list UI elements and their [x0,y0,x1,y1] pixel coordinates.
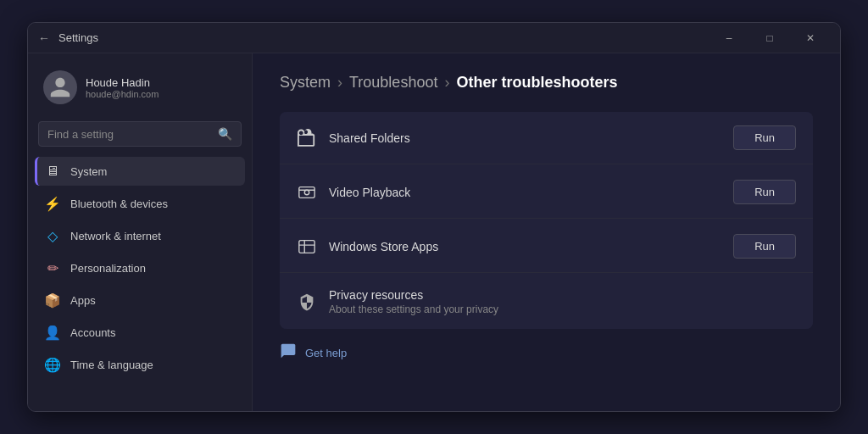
sidebar-item-system[interactable]: 🖥 System [35,157,245,186]
sidebar-item-label: Accounts [70,326,115,339]
accounts-icon: 👤 [45,325,60,340]
window-controls: – □ ✕ [709,25,830,52]
breadcrumb-current: Other troubleshooters [456,74,617,92]
svg-rect-3 [299,240,314,253]
user-name: Houde Hadin [86,76,159,89]
user-info: Houde Hadin houde@hdin.com [86,76,159,99]
troubleshooter-shared-folders: Shared Folders Run [280,112,813,164]
item-left: Video Playback [297,182,410,203]
privacy-description: About these settings and your privacy [329,303,498,315]
window-content: Houde Hadin houde@hdin.com 🔍 🖥 System ⚡ … [28,53,840,411]
troubleshooter-list: Shared Folders Run Vi [280,112,813,329]
privacy-icon [297,292,317,312]
sidebar-item-label: Time & language [70,359,153,371]
breadcrumb-sep-1: › [337,74,342,92]
bluetooth-icon: ⚡ [45,196,60,211]
windows-store-icon [297,236,317,257]
svg-rect-0 [299,186,314,198]
sidebar-item-apps[interactable]: 📦 Apps [35,286,245,314]
run-video-playback-button[interactable]: Run [733,180,796,204]
back-button[interactable]: ← [38,31,50,45]
breadcrumb-troubleshoot[interactable]: Troubleshoot [349,74,437,92]
sidebar-item-bluetooth[interactable]: ⚡ Bluetooth & devices [35,189,245,218]
maximize-button[interactable]: □ [750,25,789,52]
main-content: System › Troubleshoot › Other troublesho… [253,53,840,411]
settings-window: ← Settings – □ ✕ Houde Hadin houde@hdin.… [27,22,841,412]
sidebar-item-label: Apps [70,294,96,307]
sidebar: Houde Hadin houde@hdin.com 🔍 🖥 System ⚡ … [28,53,253,411]
video-playback-name: Video Playback [329,186,410,199]
breadcrumb-sep-2: › [444,74,449,92]
sidebar-item-label: System [70,165,107,178]
troubleshooter-video-playback: Video Playback Run [280,166,813,219]
shared-folders-icon [297,128,317,148]
get-help-icon [280,342,297,364]
get-help-label: Get help [305,347,347,359]
windows-store-name: Windows Store Apps [329,240,438,253]
video-playback-icon [297,182,317,203]
sidebar-item-label: Network & internet [70,230,161,242]
svg-point-1 [304,190,309,195]
privacy-text-block: Privacy resources About these settings a… [329,288,498,315]
item-left: Shared Folders [297,128,410,148]
minimize-button[interactable]: – [709,25,748,52]
privacy-resources: Privacy resources About these settings a… [280,275,813,329]
window-title: Settings [58,31,709,44]
troubleshooter-windows-store: Windows Store Apps Run [280,220,813,273]
apps-icon: 📦 [45,292,60,308]
sidebar-item-time[interactable]: 🌐 Time & language [35,350,245,379]
run-shared-folders-button[interactable]: Run [733,125,796,150]
privacy-title: Privacy resources [329,288,498,302]
sidebar-item-personalization[interactable]: ✏ Personalization [35,253,245,282]
breadcrumb-system[interactable]: System [280,74,331,92]
network-icon: ◇ [45,228,60,243]
shared-folders-name: Shared Folders [329,131,410,145]
search-box[interactable]: 🔍 [38,121,242,147]
item-left: Privacy resources About these settings a… [297,288,498,315]
personalization-icon: ✏ [45,260,60,275]
time-icon: 🌐 [45,357,60,372]
sidebar-item-accounts[interactable]: 👤 Accounts [35,318,245,347]
search-icon: 🔍 [218,127,232,141]
sidebar-item-network[interactable]: ◇ Network & internet [35,221,245,250]
search-input[interactable] [47,128,211,141]
run-windows-store-button[interactable]: Run [733,234,796,259]
user-profile[interactable]: Houde Hadin houde@hdin.com [35,64,245,111]
item-left: Windows Store Apps [297,236,438,257]
breadcrumb: System › Troubleshoot › Other troublesho… [280,74,813,92]
close-button[interactable]: ✕ [791,25,830,52]
get-help[interactable]: Get help [280,342,813,364]
sidebar-item-label: Bluetooth & devices [70,198,168,210]
sidebar-item-label: Personalization [70,262,146,275]
avatar [43,70,77,104]
user-email: houde@hdin.com [86,89,159,99]
titlebar: ← Settings – □ ✕ [28,23,840,53]
system-icon: 🖥 [45,164,60,179]
